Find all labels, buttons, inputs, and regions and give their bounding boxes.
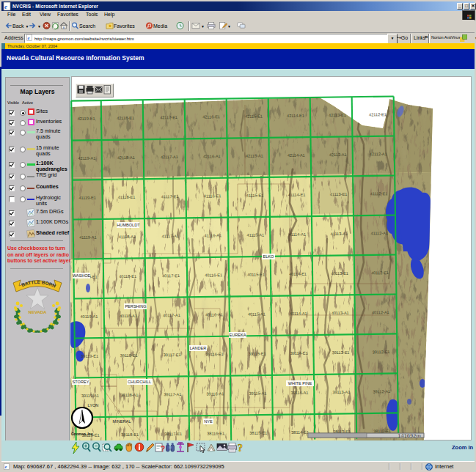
svg-text:HUMBOLDT: HUMBOLDT bbox=[117, 223, 140, 227]
svg-text:e: e bbox=[5, 464, 7, 469]
svg-text:39113-A1: 39113-A1 bbox=[332, 390, 350, 394]
svg-text:CHURCHILL: CHURCHILL bbox=[128, 380, 151, 384]
svg-text:LANDER: LANDER bbox=[190, 346, 207, 350]
svg-text:40113-A1: 40113-A1 bbox=[332, 311, 349, 315]
svg-text:PERSHING: PERSHING bbox=[125, 304, 146, 309]
svg-text:141692m: 141692m bbox=[398, 432, 421, 439]
svg-text:NEVADA: NEVADA bbox=[29, 310, 48, 314]
svg-text:40118-A1: 40118-A1 bbox=[120, 314, 137, 318]
svg-text:40113-E1: 40113-E1 bbox=[331, 271, 348, 276]
svg-text:LYON: LYON bbox=[88, 403, 99, 408]
svg-text:?: ? bbox=[238, 443, 243, 454]
svg-text:41117-A1: 41117-A1 bbox=[162, 234, 180, 238]
svg-text:WHITE PINE: WHITE PINE bbox=[288, 381, 312, 386]
svg-text:39114-E1: 39114-E1 bbox=[290, 351, 308, 355]
svg-text:e: e bbox=[4, 3, 7, 10]
svg-text:41112-A1: 41112-A1 bbox=[371, 231, 389, 235]
svg-text:42112-A1: 42112-A1 bbox=[370, 152, 387, 156]
svg-text:39118-A1: 39118-A1 bbox=[120, 393, 138, 397]
svg-text:39112-E1: 39112-E1 bbox=[373, 350, 390, 354]
svg-text:40115-A1: 40115-A1 bbox=[248, 311, 266, 316]
svg-text:Gnomon, Inc.: Gnomon, Inc. bbox=[71, 432, 94, 436]
svg-text:39114-A1: 39114-A1 bbox=[290, 391, 308, 395]
svg-text:40117-E1: 40117-E1 bbox=[162, 273, 180, 278]
svg-text:NYE: NYE bbox=[204, 419, 213, 424]
svg-text:40118-E1: 40118-E1 bbox=[119, 274, 136, 279]
svg-text:39118-E1: 39118-E1 bbox=[120, 353, 138, 358]
svg-text:41114-A1: 41114-A1 bbox=[289, 232, 307, 237]
svg-text:42113-A1: 42113-A1 bbox=[329, 152, 347, 157]
svg-text:39115-E1: 39115-E1 bbox=[249, 351, 266, 355]
svg-text:41116-A1: 41116-A1 bbox=[205, 233, 222, 237]
svg-text:40115-E1: 40115-E1 bbox=[247, 272, 265, 276]
svg-text:38114-E1: 38114-E1 bbox=[291, 430, 309, 435]
svg-text:40114-E1: 40114-E1 bbox=[289, 272, 307, 276]
svg-text:40116-E1: 40116-E1 bbox=[205, 273, 222, 277]
svg-text:41116-E1: 41116-E1 bbox=[204, 193, 221, 198]
svg-text:40119-A1: 40119-A1 bbox=[80, 314, 98, 319]
svg-text:42118-A1: 42118-A1 bbox=[117, 155, 135, 160]
svg-text:42119-E1: 42119-E1 bbox=[78, 117, 95, 121]
svg-text:42117-E1: 42117-E1 bbox=[160, 115, 177, 119]
svg-text:41119-E1: 41119-E1 bbox=[78, 196, 96, 200]
svg-text:42118-E1: 42118-E1 bbox=[117, 116, 134, 120]
svg-text:40112-E1: 40112-E1 bbox=[371, 270, 389, 275]
svg-text:41118-E1: 41118-E1 bbox=[118, 195, 136, 199]
svg-text:41117-E1: 41117-E1 bbox=[161, 194, 179, 199]
svg-text:39113-E1: 39113-E1 bbox=[332, 350, 350, 355]
svg-text:41114-E1: 41114-E1 bbox=[288, 193, 306, 197]
svg-text:39117-A1: 39117-A1 bbox=[164, 392, 181, 397]
svg-text:42116-A1: 42116-A1 bbox=[203, 154, 221, 158]
svg-text:ELKO: ELKO bbox=[263, 254, 275, 259]
svg-text:41115-A1: 41115-A1 bbox=[247, 232, 265, 237]
svg-text:39119-A1: 39119-A1 bbox=[81, 394, 99, 398]
svg-text:STOREY: STOREY bbox=[73, 380, 89, 384]
svg-text:39112-A1: 39112-A1 bbox=[373, 389, 390, 394]
svg-text:39119-E1: 39119-E1 bbox=[81, 354, 98, 358]
svg-text:42115-E1: 42115-E1 bbox=[245, 114, 263, 118]
svg-text:42117-A1: 42117-A1 bbox=[161, 155, 178, 159]
svg-text:42114-E1: 42114-E1 bbox=[287, 114, 304, 118]
svg-text:42115-A1: 42115-A1 bbox=[246, 153, 263, 158]
svg-text:39116-A1: 39116-A1 bbox=[206, 391, 224, 396]
svg-text:MINERAL: MINERAL bbox=[113, 419, 131, 424]
svg-text:39116-E1: 39116-E1 bbox=[206, 352, 224, 356]
svg-text:39117-E1: 39117-E1 bbox=[164, 353, 181, 357]
svg-text:42116-E1: 42116-E1 bbox=[202, 114, 220, 119]
svg-text:42113-E1: 42113-E1 bbox=[329, 113, 346, 117]
svg-text:38116-E1: 38116-E1 bbox=[207, 431, 224, 435]
svg-text:40112-A1: 40112-A1 bbox=[372, 310, 389, 314]
svg-text:e: e bbox=[28, 35, 30, 40]
svg-text:42114-A1: 42114-A1 bbox=[288, 153, 305, 158]
svg-text:41118-A1: 41118-A1 bbox=[119, 235, 136, 239]
svg-text:38118-E1: 38118-E1 bbox=[121, 432, 139, 437]
svg-text:39115-A1: 39115-A1 bbox=[249, 391, 266, 395]
svg-text:38112-E1: 38112-E1 bbox=[373, 429, 391, 433]
svg-text:41113-A1: 41113-A1 bbox=[331, 232, 348, 236]
svg-text:41112-E1: 41112-E1 bbox=[370, 191, 388, 196]
svg-text:WASHOE: WASHOE bbox=[73, 273, 91, 278]
svg-text:40117-A1: 40117-A1 bbox=[163, 313, 180, 317]
svg-text:42119-A1: 42119-A1 bbox=[78, 156, 95, 161]
svg-text:40116-A1: 40116-A1 bbox=[205, 312, 223, 317]
svg-text:40114-A1: 40114-A1 bbox=[290, 311, 307, 316]
svg-text:38117-E1: 38117-E1 bbox=[164, 432, 182, 436]
svg-text:41113-E1: 41113-E1 bbox=[330, 192, 348, 196]
svg-text:41119-A1: 41119-A1 bbox=[79, 235, 97, 240]
svg-text:42112-E1: 42112-E1 bbox=[369, 112, 387, 117]
svg-text:EUREKA: EUREKA bbox=[229, 333, 246, 337]
svg-text:41115-E1: 41115-E1 bbox=[246, 193, 264, 197]
svg-text:38115-E1: 38115-E1 bbox=[249, 430, 267, 435]
